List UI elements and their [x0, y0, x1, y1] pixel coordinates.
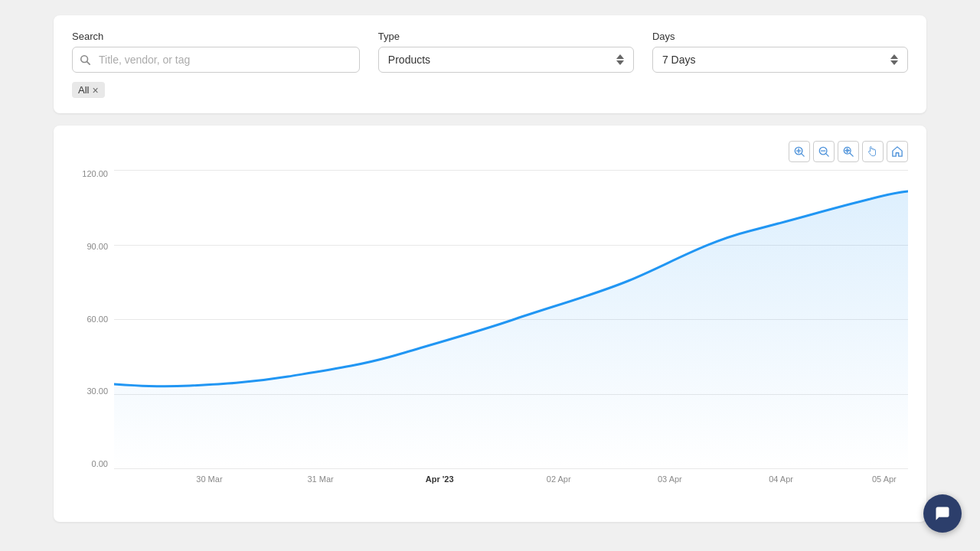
x-label-04apr: 04 Apr — [769, 474, 793, 484]
x-axis: 30 Mar 31 Mar Apr '23 02 Apr 03 Apr 04 A… — [114, 468, 908, 499]
search-input-wrapper — [72, 47, 360, 73]
y-label-30: 30.00 — [87, 387, 108, 396]
x-label-30mar: 30 Mar — [196, 474, 222, 484]
days-label: Days — [652, 31, 908, 42]
pan-button[interactable] — [862, 141, 884, 162]
search-input[interactable] — [72, 47, 360, 73]
chat-button[interactable] — [923, 494, 962, 533]
svg-line-7 — [826, 154, 829, 157]
tag-close-icon[interactable]: × — [92, 85, 98, 96]
y-label-90: 90.00 — [87, 243, 108, 251]
chat-icon — [934, 505, 951, 522]
search-group: Search — [72, 31, 360, 73]
type-select[interactable]: Products Variants Orders — [378, 47, 634, 73]
search-label: Search — [72, 31, 360, 42]
type-group: Type Products Variants Orders — [378, 31, 634, 73]
chart-toolbar — [72, 141, 908, 162]
zoom-out-button[interactable] — [813, 141, 835, 162]
all-tag[interactable]: All × — [72, 82, 105, 98]
svg-line-1 — [87, 62, 90, 65]
svg-line-10 — [850, 153, 853, 156]
chart-area-fill — [114, 191, 908, 468]
tag-label: All — [78, 84, 89, 96]
zoom-select-button[interactable] — [838, 141, 859, 162]
y-label-0: 0.00 — [92, 460, 108, 468]
svg-line-3 — [802, 154, 805, 157]
tags-row: All × — [72, 82, 908, 98]
x-label-03apr: 03 Apr — [658, 474, 682, 484]
search-icon — [80, 54, 90, 65]
chart-plot — [114, 170, 908, 468]
home-button[interactable] — [887, 141, 908, 162]
type-label: Type — [378, 31, 634, 42]
x-label-apr23: Apr '23 — [426, 474, 454, 484]
y-axis: 120.00 90.00 60.00 30.00 0.00 — [72, 170, 114, 468]
y-label-120: 120.00 — [82, 170, 108, 178]
chart-svg — [114, 170, 908, 468]
x-label-02apr: 02 Apr — [547, 474, 571, 484]
x-label-05apr: 05 Apr — [872, 474, 897, 484]
filter-card: Search Type Products Variants — [54, 15, 926, 113]
chart-area: 120.00 90.00 60.00 30.00 0.00 — [72, 170, 908, 499]
chart-card: 120.00 90.00 60.00 30.00 0.00 — [54, 126, 926, 522]
days-select[interactable]: 7 Days 14 Days 30 Days 90 Days — [652, 47, 908, 73]
days-group: Days 7 Days 14 Days 30 Days 90 Days — [652, 31, 908, 73]
zoom-in-button[interactable] — [789, 141, 810, 162]
filter-row: Search Type Products Variants — [72, 31, 908, 73]
x-label-31mar: 31 Mar — [307, 474, 333, 484]
y-label-60: 60.00 — [87, 315, 108, 324]
